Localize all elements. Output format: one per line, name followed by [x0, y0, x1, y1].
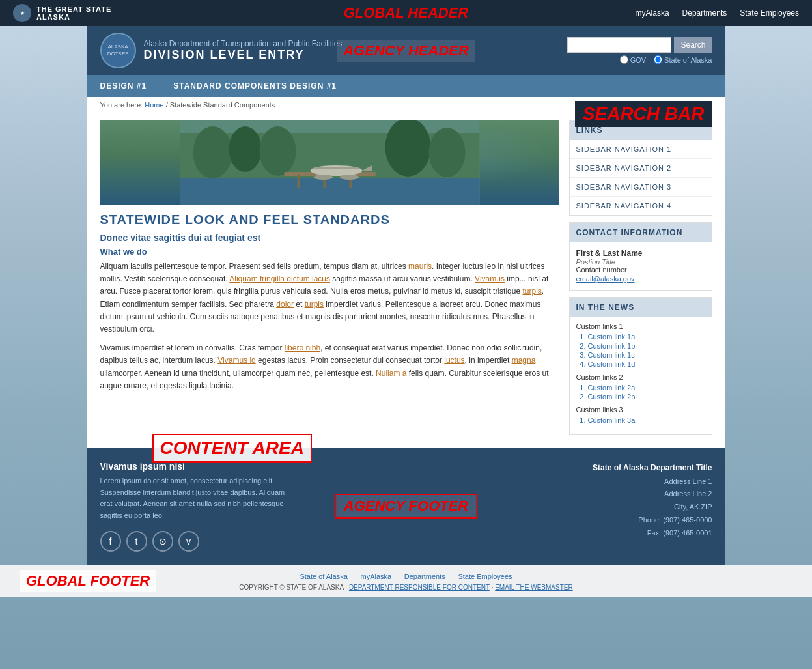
social-facebook-icon[interactable]: f [100, 531, 121, 552]
footer-dept-link[interactable]: DEPARTMENT RESPONSIBLE FOR CONTENT [349, 584, 490, 591]
footer-city: City, AK ZIP [593, 501, 712, 514]
sidebar-links-section: LINKS SIDEBAR NAVIGATION 1 SIDEBAR NAVIG… [569, 120, 712, 216]
sidebar-nav-1[interactable]: SIDEBAR NAVIGATION 1 [570, 140, 712, 159]
social-flickr-icon[interactable]: ⊙ [152, 531, 173, 552]
footer-left-body: Lorem ipsum dolor sit amet, consectetur … [100, 476, 296, 521]
sidebar-nav-4[interactable]: SIDEBAR NAVIGATION 4 [570, 197, 712, 215]
news-link-1c[interactable]: Custom link 1c [588, 351, 705, 359]
social-vimeo-icon[interactable]: v [178, 531, 199, 552]
svg-point-4 [229, 126, 261, 172]
agency-division: DIVISION LEVEL ENTRY [144, 48, 343, 62]
inline-link-vivamus2[interactable]: Vivamus id [217, 356, 255, 365]
inline-link-luctus[interactable]: luctus [444, 356, 464, 365]
footer-webmaster-link[interactable]: EMAIL THE WEBMASTER [495, 584, 572, 591]
svg-point-5 [259, 126, 296, 176]
contact-title: Postion Title [576, 258, 705, 266]
svg-rect-9 [297, 175, 300, 188]
svg-point-6 [385, 120, 430, 177]
global-header-nav: myAlaska Departments State Employees [636, 8, 799, 18]
nav-my-alaska[interactable]: myAlaska [636, 8, 669, 18]
search-input[interactable] [567, 37, 671, 53]
news-link-2a[interactable]: Custom link 2a [588, 384, 705, 391]
nav-state-employees[interactable]: State Employees [740, 8, 799, 18]
news-link-3a[interactable]: Custom link 3a [588, 416, 705, 424]
search-area: Search GOV State of Alaska [567, 37, 712, 64]
breadcrumb-home[interactable]: Home [145, 101, 163, 109]
nav-design1[interactable]: DESIGN #1 [87, 75, 161, 97]
contact-name: First & Last Name [576, 249, 705, 258]
agency-header: ALASKADOT&PF Alaska Department of Transp… [87, 26, 725, 75]
footer-link-myalaska[interactable]: myAlaska [360, 573, 391, 580]
inline-link-magna[interactable]: magna [512, 356, 536, 365]
svg-point-15 [313, 175, 333, 180]
svg-point-7 [428, 128, 465, 177]
inline-link-turpis2[interactable]: turpis [305, 300, 324, 309]
agency-header-label: AGENCY HEADER [337, 40, 475, 62]
agency-dept: Alaska Department of Transportation and … [144, 39, 343, 48]
global-header-label: GLOBAL HEADER [344, 5, 469, 21]
global-footer: GLOBAL FOOTER State of Alaska myAlaska D… [0, 565, 812, 597]
footer-address-2: Address Line 2 [593, 488, 712, 501]
inline-link-vivamus[interactable]: Vivamus [475, 274, 505, 283]
news-link-2b[interactable]: Custom link 2b [588, 393, 705, 401]
inline-link-aliquam[interactable]: Aliquam fringilla dictum lacus [229, 274, 330, 283]
svg-marker-13 [310, 167, 362, 169]
content-subtitle: Donec vitae sagittis dui at feugiat est [100, 233, 559, 243]
agency-seal-icon: ALASKADOT&PF [100, 33, 136, 68]
sidebar-news-header: IN THE NEWS [570, 298, 712, 317]
inline-link-mauris[interactable]: mauris [408, 262, 432, 271]
footer-fax: Fax: (907) 465-0001 [593, 527, 712, 540]
alaska-seal-icon: ★ [13, 4, 31, 22]
contact-block: First & Last Name Postion Title Contact … [570, 242, 712, 290]
sidebar-nav-2[interactable]: SIDEBAR NAVIGATION 2 [570, 159, 712, 178]
inline-link-libero[interactable]: libero nibh [285, 343, 320, 352]
contact-email[interactable]: email@alaska.gov [576, 275, 635, 283]
footer-right: State of Alaska Department Title Address… [593, 461, 712, 540]
breadcrumb-prefix: You are here: [100, 101, 143, 109]
agency-footer-label: AGENCY FOOTER [335, 494, 478, 519]
sidebar-contact-section: CONTACT INFORMATION First & Last Name Po… [569, 222, 712, 291]
footer-link-employees[interactable]: State Employees [458, 573, 512, 580]
inline-link-dolor[interactable]: dolor [276, 300, 294, 309]
sidebar-nav-3[interactable]: SIDEBAR NAVIGATION 3 [570, 178, 712, 197]
search-bar-label: SEARCH BAR [575, 101, 712, 127]
inline-link-turpis[interactable]: turpis [522, 287, 541, 296]
content-body-2: Vivamus imperdiet et lorem in convallis.… [100, 342, 559, 392]
global-header-logo: ★ THE GREAT STATEALASKA [13, 4, 111, 22]
hero-svg [100, 120, 559, 205]
nav-bar: DESIGN #1 STANDARD COMPONENTS DESIGN #1 [87, 75, 725, 97]
nav-standard-components[interactable]: STANDARD COMPONENTS DESIGN #1 [160, 75, 350, 97]
global-header: ★ THE GREAT STATEALASKA GLOBAL HEADER my… [0, 0, 812, 26]
social-icons: f t ⊙ v [100, 531, 296, 552]
news-link-1b[interactable]: Custom link 1b [588, 342, 705, 350]
footer-phone: Phone: (907) 465-0000 [593, 514, 712, 527]
article-content: CONTENT AREA STATEWIDE LOOK AND FEEL STA… [100, 212, 559, 392]
radio-state[interactable]: State of Alaska [654, 55, 712, 64]
social-twitter-icon[interactable]: t [126, 531, 147, 552]
news-link-1d[interactable]: Custom link 1d [588, 360, 705, 368]
global-footer-label: GLOBAL FOOTER [20, 570, 156, 592]
nav-departments[interactable]: Departments [682, 8, 727, 18]
sidebar-news-section: IN THE NEWS Custom links 1 Custom link 1… [569, 297, 712, 435]
news-link-1a[interactable]: Custom link 1a [588, 333, 705, 341]
footer-address-1: Address Line 1 [593, 476, 712, 489]
search-row: Search [567, 37, 712, 53]
agency-footer: Vivamus ipsum nisi Lorem ipsum dolor sit… [87, 448, 725, 565]
content-title: STATEWIDE LOOK AND FEEL STANDARDS [100, 212, 559, 227]
inline-link-nullam[interactable]: Nullam a [376, 369, 406, 378]
footer-right-title: State of Alaska Department Title [593, 461, 712, 476]
svg-point-16 [339, 175, 359, 180]
footer-link-state[interactable]: State of Alaska [300, 573, 347, 580]
breadcrumb-separator: / [166, 101, 168, 109]
sidebar-contact-header: CONTACT INFORMATION [570, 223, 712, 242]
contact-number: Contact number [576, 266, 705, 274]
footer-left-title: Vivamus ipsum nisi [100, 461, 296, 472]
footer-link-departments[interactable]: Departments [404, 573, 445, 580]
search-button[interactable]: Search [674, 37, 712, 53]
news-list-3: Custom link 3a [576, 416, 705, 424]
news-group-2-title: Custom links 2 [576, 373, 705, 381]
news-group-1-title: Custom links 1 [576, 322, 705, 330]
radio-gov[interactable]: GOV [620, 55, 646, 64]
breadcrumb-current: Statewide Standard Components [170, 101, 275, 109]
agency-title-block: Alaska Department of Transportation and … [144, 39, 343, 62]
